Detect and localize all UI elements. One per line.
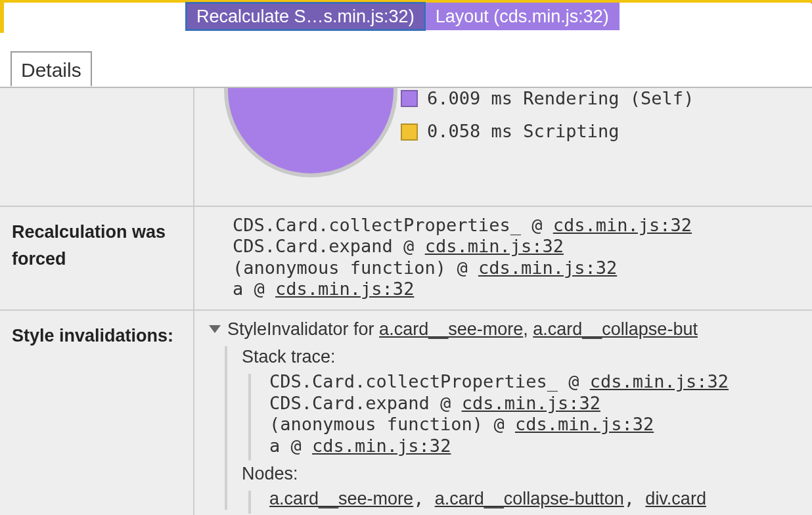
legend-scripting-text: 0.058 ms Scripting xyxy=(427,121,620,142)
legend-scripting: 0.058 ms Scripting xyxy=(401,121,694,142)
stack-frame: a @ cds.min.js:32 xyxy=(233,279,799,300)
flamechart-entry-layout[interactable]: Layout (cds.min.js:32) xyxy=(425,3,620,30)
swatch-scripting-icon xyxy=(401,123,418,141)
invalidator-tree-item[interactable]: StyleInvalidator for a.card__see-more, a… xyxy=(209,319,799,340)
recalculation-forced-row: Recalculation was forced CDS.Card.collec… xyxy=(0,207,812,311)
source-link[interactable]: cds.min.js:32 xyxy=(515,414,654,434)
legend-rendering-text: 6.009 ms Rendering (Self) xyxy=(427,88,694,109)
stack-frame: CDS.Card.expand @ cds.min.js:32 xyxy=(233,236,799,257)
source-link[interactable]: cds.min.js:32 xyxy=(478,258,617,278)
time-pie-chart xyxy=(221,88,401,198)
stack-frame: CDS.Card.expand @ cds.min.js:32 xyxy=(269,393,799,414)
stack-frame: a @ cds.min.js:32 xyxy=(269,436,799,457)
style-invalidations-label: Style invalidations: xyxy=(0,311,194,515)
source-link[interactable]: cds.min.js:32 xyxy=(462,393,600,413)
flamechart-row[interactable]: Recalculate S…s.min.js:32) Layout (cds.m… xyxy=(0,0,812,34)
source-link[interactable]: cds.min.js:32 xyxy=(553,215,692,235)
stack-trace-heading: Stack trace: xyxy=(242,346,799,367)
disclosure-triangle-icon[interactable] xyxy=(209,325,221,333)
stack-frame: CDS.Card.collectProperties_ @ cds.min.js… xyxy=(233,215,799,236)
selector-link[interactable]: a.card__collapse-but xyxy=(533,319,698,339)
details-tabbar: Details xyxy=(0,51,812,88)
source-link[interactable]: cds.min.js:32 xyxy=(275,279,414,299)
stack-frame: (anonymous function) @ cds.min.js:32 xyxy=(233,258,799,279)
aggregated-time-label xyxy=(0,88,194,206)
svg-point-1 xyxy=(228,88,394,173)
node-link[interactable]: a.card__see-more xyxy=(269,489,413,508)
flamechart-entry-recalculate-style[interactable]: Recalculate S…s.min.js:32) xyxy=(186,3,425,30)
source-link[interactable]: cds.min.js:32 xyxy=(312,436,451,456)
swatch-rendering-icon xyxy=(401,90,418,107)
stack-frame: CDS.Card.collectProperties_ @ cds.min.js… xyxy=(269,371,799,392)
legend-rendering: 6.009 ms Rendering (Self) xyxy=(401,88,694,109)
style-invalidations-row: Style invalidations: StyleInvalidator fo… xyxy=(0,311,812,515)
node-link[interactable]: a.card__collapse-button xyxy=(435,489,624,508)
source-link[interactable]: cds.min.js:32 xyxy=(425,236,564,256)
aggregated-time-row: 6.009 ms Rendering (Self) 0.058 ms Scrip… xyxy=(0,88,812,207)
recalculation-forced-label: Recalculation was forced xyxy=(0,207,194,309)
stack-frame: (anonymous function) @ cds.min.js:32 xyxy=(269,414,799,435)
source-link[interactable]: cds.min.js:32 xyxy=(590,371,729,392)
nodes-heading: Nodes: xyxy=(242,463,799,484)
tab-details[interactable]: Details xyxy=(11,51,92,86)
nodes-list: a.card__see-more, a.card__collapse-butto… xyxy=(269,488,799,509)
node-link[interactable]: div.card xyxy=(645,489,706,508)
selector-link[interactable]: a.card__see-more xyxy=(379,319,523,339)
